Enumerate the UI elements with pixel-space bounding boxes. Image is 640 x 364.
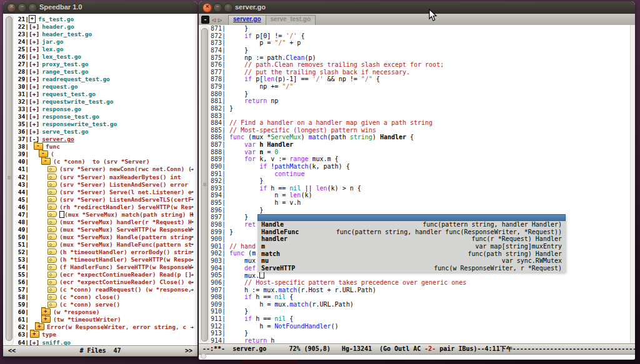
autocomplete-candidate[interactable]: muvar sync.RWMutex <box>258 257 566 265</box>
speedbar-entry-label[interactable]: (ecr *expectContinueReader) Close() e <box>59 278 192 285</box>
speedbar-entry-label[interactable]: func <box>46 143 60 150</box>
tag-icon[interactable] <box>48 196 57 202</box>
speedbar-entry-label[interactable]: lex_test.go <box>42 53 81 60</box>
tag-icon[interactable] <box>48 166 57 172</box>
tag-icon[interactable] <box>48 257 57 263</box>
speedbar-entry-label[interactable]: range_test.go <box>42 68 88 75</box>
code-line[interactable]: 906| // Host-specific pattern takes prec… <box>209 279 630 287</box>
speedbar-entry-label[interactable]: (mux *ServeMux) Handle(pattern string <box>59 234 192 240</box>
tag-icon[interactable] <box>48 287 57 293</box>
speedbar-entry-label[interactable]: serve_test.go <box>42 128 88 135</box>
code-line[interactable]: 910| } <box>209 308 630 315</box>
expand-icon[interactable]: [+] <box>29 38 39 45</box>
speedbar-entry-label[interactable]: header.go <box>42 23 74 30</box>
code-line[interactable]: 880| } <box>209 91 630 98</box>
speedbar-entry-label[interactable]: response_test.go <box>42 113 99 120</box>
editor-body[interactable]: 871| }872| if p[0] != '/' {873| p = "/" … <box>199 25 635 345</box>
code-line[interactable]: 886|func (mux *ServeMux) match(path stri… <box>209 134 630 141</box>
speedbar-entry[interactable]: 63|+type <box>14 331 194 338</box>
editor-scrollbar-thumb[interactable] <box>201 28 208 342</box>
speedbar-entry-label[interactable]: (c *conn) to (srv *Server) <box>53 158 149 165</box>
code-line[interactable]: 872| if p[0] != '/' { <box>209 32 630 40</box>
code-line[interactable]: 885|// Most-specific (longest) pattern w… <box>209 127 630 134</box>
expand-icon[interactable]: [+] <box>29 98 39 105</box>
code-line[interactable]: 894| n = len(k) <box>209 192 630 199</box>
speedbar-entry[interactable]: 54|(f HandlerFunc) ServeHTTP(w ResponseW… <box>14 263 194 271</box>
folder-open-icon[interactable]: - <box>41 158 51 165</box>
speedbar-entry-label[interactable]: (c *conn) readRequest() (w *response, <box>59 286 192 293</box>
tab-minus-button[interactable]: - <box>201 16 209 24</box>
minimize-icon[interactable]: − <box>18 3 27 12</box>
speedbar-entry-label[interactable]: request_test.go <box>42 91 96 97</box>
code-line[interactable]: 881| return np <box>209 97 630 105</box>
autocomplete-candidate[interactable]: mvar map[string]muxEntry <box>258 243 566 250</box>
autocomplete-candidate[interactable]: Handlefunc(pattern string, handler Handl… <box>258 221 566 229</box>
autocomplete-candidate[interactable]: matchfunc(path string) Handler <box>258 250 566 258</box>
speedbar-scrollbar-thumb[interactable] <box>6 16 12 341</box>
speedbar-entry[interactable]: 49|(mux *ServeMux) ServeHTTP(w ResponseW… <box>14 225 194 233</box>
speedbar-entry-label[interactable]: (rh *redirectHandler) ServeHTTP(w Res <box>59 204 192 210</box>
speedbar-entry[interactable]: 37|[-]server.go <box>14 135 194 143</box>
editor-scrollbar[interactable] <box>200 26 209 344</box>
expand-icon[interactable]: [+] <box>29 113 39 120</box>
folder-plus-icon[interactable]: + <box>41 316 51 323</box>
speedbar-entry[interactable]: 24|[+]jar.go <box>14 37 194 45</box>
speedbar-entry-label[interactable]: jar.go <box>42 38 63 45</box>
speedbar-entry[interactable]: 44|(srv *Server) Serve(l net.Listener) e… <box>14 188 194 195</box>
expand-icon[interactable]: [+] <box>29 31 39 37</box>
code-line[interactable]: 908| if h == nil { <box>209 293 630 301</box>
speedbar-entry-label[interactable]: (mux *ServeMux) HandleFunc(pattern st <box>59 241 192 248</box>
speedbar-entry[interactable]: 25|[+]lex.go <box>14 45 194 52</box>
speedbar-entry-label[interactable]: proxy_test.go <box>42 61 88 67</box>
speedbar-entry-label[interactable]: (mux *ServeMux) match(path string) Ha <box>64 211 194 218</box>
tag-icon[interactable] <box>48 279 57 285</box>
speedbar-entry-label[interactable]: readrequest_test.go <box>42 76 110 82</box>
speedbar-entry[interactable]: 32|[+]requestwrite_test.go <box>14 98 194 106</box>
speedbar-entry[interactable]: 27|[+]proxy_test.go <box>14 60 194 67</box>
folder-plus-icon[interactable]: + <box>35 323 44 330</box>
code-line[interactable]: 876| // path.Clean removes trailing slas… <box>209 61 630 69</box>
speedbar-entry-label[interactable]: header_test.go <box>42 31 92 37</box>
code-line[interactable]: 890| if !pathMatch(k, path) { <box>209 163 630 170</box>
speedbar-entry-label[interactable]: (srv *Server) newConn(rwc net.Conn) ( <box>59 165 192 172</box>
tag-icon[interactable] <box>48 248 57 255</box>
code-area[interactable]: 871| }872| if p[0] != '/' {873| p = "/" … <box>209 25 630 345</box>
speedbar-entry[interactable]: 61|+(tw *timeoutWriter) <box>14 316 194 323</box>
speedbar-entry-label[interactable]: (tw *timeoutWriter) <box>53 316 121 323</box>
speedbar-entry-label[interactable]: responsewrite_test.go <box>42 121 117 127</box>
tag-icon[interactable] <box>48 294 57 300</box>
tag-icon[interactable] <box>48 204 57 210</box>
expand-icon[interactable]: [+] <box>29 91 39 97</box>
autocomplete-candidate[interactable]: HandleFuncfunc(pattern string, handler f… <box>258 229 566 236</box>
speedbar-entry-label[interactable]: (mux *ServeMux) ServeHTTP(w ResponseW <box>59 226 192 233</box>
speedbar-entry-label[interactable]: response.go <box>42 106 81 112</box>
speedbar-entry-label[interactable]: (srv *Server) Serve(l net.Listener) e <box>59 189 192 195</box>
code-line[interactable]: 891| continue <box>209 170 630 178</box>
speedbar-entry[interactable]: 62|+Error(w ResponseWriter, error string… <box>14 323 194 331</box>
speedbar-entry-label[interactable]: sniff.go <box>42 339 71 346</box>
speedbar-entry-label[interactable]: (srv *Server) ListenAndServeTLS(certF <box>59 196 192 203</box>
code-line[interactable]: 882|} <box>209 105 630 112</box>
editor-titlebar[interactable]: ✕ − ▫ server.go <box>199 1 635 14</box>
autocomplete-selected-row[interactable] <box>258 214 566 222</box>
code-line[interactable]: 892| } <box>209 177 630 185</box>
document-plus-icon[interactable]: + <box>29 15 36 23</box>
speedbar-scrollbar[interactable] <box>4 14 14 346</box>
speedbar-entry[interactable]: 33|[+]response.go <box>14 106 194 113</box>
tab-serve-test-go[interactable]: serve_test.go <box>266 15 316 26</box>
speedbar-entry[interactable]: 23|[+]header_test.go <box>14 30 194 37</box>
tag-icon[interactable] <box>48 264 57 270</box>
speedbar-entry[interactable]: 40|-(c *conn) to (srv *Server) <box>14 158 194 165</box>
speedbar-entry-label[interactable]: (srv *Server) maxHeaderBytes() int <box>59 174 181 180</box>
code-line[interactable]: 879| np += "/" <box>209 83 630 91</box>
code-line[interactable]: 874| } <box>209 47 630 54</box>
code-line[interactable]: 912| h = NotFoundHandler() <box>209 323 630 330</box>
code-line[interactable]: 887| var h Handler <box>209 141 630 149</box>
speedbar-entry-label[interactable]: (w *response) <box>53 308 99 315</box>
tag-icon[interactable] <box>48 211 57 217</box>
speedbar-entry[interactable]: 58|(c *conn) close() <box>14 293 194 301</box>
maximize-icon[interactable]: ▫ <box>28 3 38 12</box>
speedbar-entry[interactable]: 56|(ecr *expectContinueReader) Close() e… <box>14 278 194 286</box>
expand-icon[interactable]: [+] <box>29 61 39 67</box>
tag-icon[interactable] <box>48 174 57 180</box>
